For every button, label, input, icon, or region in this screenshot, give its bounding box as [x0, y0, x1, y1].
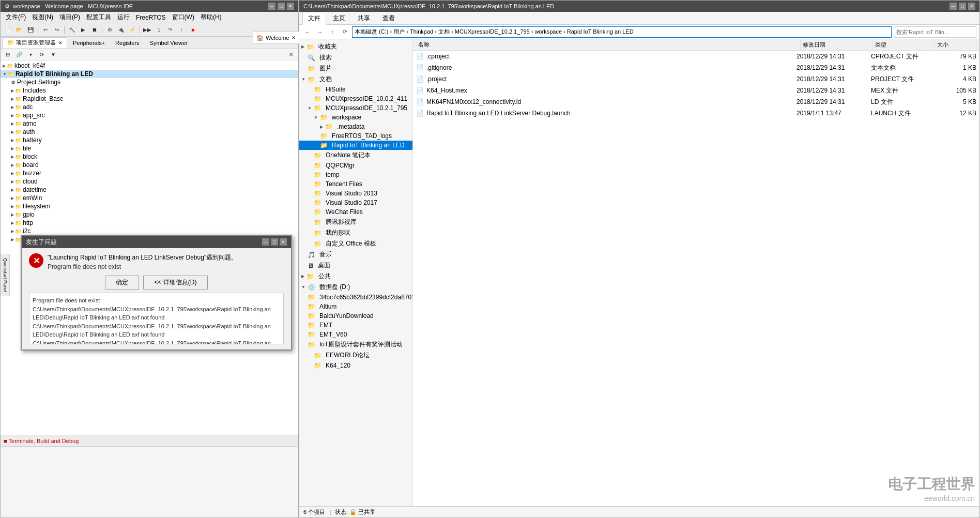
toolbar-undo[interactable]: ↩	[40, 25, 51, 35]
nav-tree-item[interactable]: 📁 Rapid IoT Blinking an LED	[299, 141, 412, 150]
search-input[interactable]	[894, 26, 976, 38]
nav-tree-item[interactable]: ▶ 📁 公共	[299, 271, 412, 282]
nav-tree-item[interactable]: ▶ 📁 收藏夹	[299, 41, 412, 52]
nav-tree-item[interactable]: ▶ 📁 .metadata	[299, 122, 412, 131]
col-header-date[interactable]: 修改日期	[801, 40, 873, 50]
dialog-close-btn[interactable]: ✕	[280, 238, 287, 246]
tree-item-atmo[interactable]: ▶ 📁 atmo	[1, 119, 298, 128]
nav-tree-item[interactable]: ▼ 📁 workspace	[299, 113, 412, 122]
welcome-tab-close[interactable]: ✕	[292, 37, 296, 40]
col-header-type[interactable]: 类型	[873, 40, 935, 50]
nav-tree-item[interactable]: 📁 EEWORLD论坛	[299, 350, 412, 361]
toolbar-run[interactable]: ▶▶	[142, 25, 152, 35]
nav-tree-item[interactable]: 📁 temp	[299, 170, 412, 179]
toolbar-chip[interactable]: 🔌	[116, 25, 126, 35]
nav-tree-item[interactable]: 📁 HiSuite	[299, 85, 412, 94]
tree-item-gpio[interactable]: ▶ 📁 gpio	[1, 210, 298, 219]
tree-item-auth[interactable]: ▶ 📁 auth	[1, 128, 298, 136]
dialog-details-btn[interactable]: << 详细信息(D)	[143, 276, 207, 290]
tree-item-rapidiot-base[interactable]: ▶ 📁 RapidIot_Base	[1, 95, 298, 103]
tree-item-includes[interactable]: ▶ 📁 Includes	[1, 86, 298, 95]
toolbar-stepover[interactable]: ↷	[165, 25, 175, 35]
menu-run[interactable]: 运行	[114, 12, 133, 23]
ide-maximize-btn[interactable]: □	[278, 3, 285, 10]
nav-tree-item[interactable]: 🎵 音乐	[299, 249, 412, 260]
nav-forward-btn[interactable]: →	[315, 27, 325, 37]
tree-item-i2c[interactable]: ▶ 📁 i2c	[1, 227, 298, 235]
welcome-tab[interactable]: 🏠 Welcome ✕	[253, 37, 298, 44]
explorer-minimize-btn[interactable]: ─	[950, 3, 957, 10]
ribbon-tab-home[interactable]: 主页	[327, 12, 351, 25]
dialog-minimize-btn[interactable]: ─	[262, 238, 269, 246]
toolbar-save[interactable]: 💾	[25, 25, 36, 35]
nav-tree-item[interactable]: 📁 自定义 Office 模板	[299, 238, 412, 249]
toolbar-debug[interactable]: ▶	[78, 25, 88, 35]
menu-help[interactable]: 帮助(H)	[197, 12, 225, 23]
tab-registers[interactable]: Registers	[111, 38, 144, 48]
nav-tree-item[interactable]: 📁 Altium	[299, 302, 412, 311]
nav-tree-item[interactable]: 📁 QQPCMgr	[299, 161, 412, 170]
toolbar-open[interactable]: 📂	[14, 25, 24, 35]
tree-item-ble[interactable]: ▶ 📁 ble	[1, 144, 298, 153]
nav-tree-item[interactable]: 📁 OneNote 笔记本	[299, 150, 412, 161]
file-row[interactable]: 📄Rapid IoT Blinking an LED LinkServer De…	[413, 108, 979, 119]
col-header-size[interactable]: 大小	[935, 40, 976, 50]
menu-window[interactable]: 窗口(W)	[169, 12, 197, 23]
tree-item-battery[interactable]: ▶ 📁 battery	[1, 136, 298, 144]
nav-tree-item[interactable]: 🔍 搜索	[299, 52, 412, 63]
ribbon-tab-file[interactable]: 文件	[302, 12, 326, 25]
toolbar-stop[interactable]: ⏹	[89, 25, 100, 35]
nav-tree-item[interactable]: 📁 MCUXpressoIDE_10.0.2_411	[299, 94, 412, 103]
toolbar-step[interactable]: ⤵	[154, 25, 164, 35]
toolbar-settings[interactable]: ⚙	[104, 25, 115, 35]
nav-tree-item[interactable]: 📁 腾讯影视库	[299, 217, 412, 227]
panel-filter[interactable]: ▼	[48, 50, 58, 60]
nav-tree-item[interactable]: 📁 Visual Studio 2013	[299, 189, 412, 198]
address-input[interactable]	[352, 26, 892, 38]
tree-item-datetime[interactable]: ▶ 📁 datetime	[1, 186, 298, 194]
panel-close[interactable]: ✕	[286, 50, 296, 60]
nav-tree-item[interactable]: ▼ 📁 文档	[299, 74, 412, 85]
explorer-close-btn[interactable]: ✕	[968, 3, 975, 10]
panel-view-menu[interactable]: ▾	[25, 50, 36, 60]
nav-refresh-btn[interactable]: ⟳	[340, 27, 350, 37]
ide-minimize-btn[interactable]: ─	[268, 3, 275, 10]
file-row[interactable]: 📄MK64FN1M0xxx12_connectivity.ld2018/12/2…	[413, 96, 979, 108]
tree-item-adc[interactable]: ▶ 📁 adc	[1, 103, 298, 111]
tree-item-cloud[interactable]: ▶ 📁 cloud	[1, 177, 298, 186]
nav-tree-item[interactable]: 📁 34bc7c65b362bbf2399dcf2da8701e89	[299, 293, 412, 302]
terminate-build-debug-btn[interactable]: ■ Terminate, Build and Debug	[4, 438, 79, 444]
tab-peripherals[interactable]: Peripherals+	[68, 38, 110, 48]
tree-item-app-src[interactable]: ▶ 📁 app_src	[1, 111, 298, 119]
file-row[interactable]: 📄.cproject2018/12/29 14:31CPROJECT 文件79 …	[413, 51, 979, 62]
toolbar-build[interactable]: 🔨	[67, 25, 77, 35]
menu-freertos[interactable]: FreeRTOS	[133, 13, 169, 22]
ribbon-tab-view[interactable]: 查看	[377, 12, 401, 25]
nav-tree-item[interactable]: 📁 Tencent Files	[299, 179, 412, 189]
tab-symbol-viewer[interactable]: Symbol Viewer	[145, 38, 192, 48]
panel-link-editor[interactable]: 🔗	[14, 50, 24, 60]
nav-up-btn[interactable]: ↑	[327, 27, 338, 37]
ribbon-tab-share[interactable]: 共享	[352, 12, 376, 25]
nav-tree-item[interactable]: ▼ 📁 MCUXpressoIDE_10.2.1_795	[299, 103, 412, 113]
toolbar-flash[interactable]: ⚡	[127, 25, 137, 35]
file-row[interactable]: 📄.project2018/12/29 14:31PROJECT 文件4 KB	[413, 73, 979, 85]
nav-tree-item[interactable]: 📁 EMT_V60	[299, 330, 412, 339]
tree-item-block[interactable]: ▶ 📁 block	[1, 153, 298, 161]
panel-sync[interactable]: ⟳	[37, 50, 47, 60]
nav-back-btn[interactable]: ←	[302, 27, 313, 37]
quickstart-panel-label[interactable]: Quickstart Panel	[2, 256, 8, 294]
nav-tree-item[interactable]: 📁 图片	[299, 63, 412, 74]
toolbar-new[interactable]: 📄	[3, 25, 13, 35]
nav-tree-item[interactable]: 📁 FreeRTOS_TAD_logs	[299, 131, 412, 141]
tree-item-filesystem[interactable]: ▶ 📁 filesystem	[1, 202, 298, 210]
tab-project-explorer[interactable]: 📁 项目资源管理器 ✕	[3, 37, 67, 48]
explorer-maximize-btn[interactable]: □	[959, 3, 966, 10]
menu-view[interactable]: 视图(N)	[29, 12, 56, 23]
nav-tree-item[interactable]: 📁 我的形状	[299, 227, 412, 238]
nav-tree-item[interactable]: 📁 K64_120	[299, 361, 412, 370]
toolbar-terminate[interactable]: ■	[188, 25, 198, 35]
menu-file[interactable]: 文件(F)	[3, 12, 29, 23]
nav-tree-item[interactable]: 📁 IoT原型设计套件有奖评测活动	[299, 339, 412, 350]
toolbar-stepout[interactable]: ↑	[176, 25, 187, 35]
